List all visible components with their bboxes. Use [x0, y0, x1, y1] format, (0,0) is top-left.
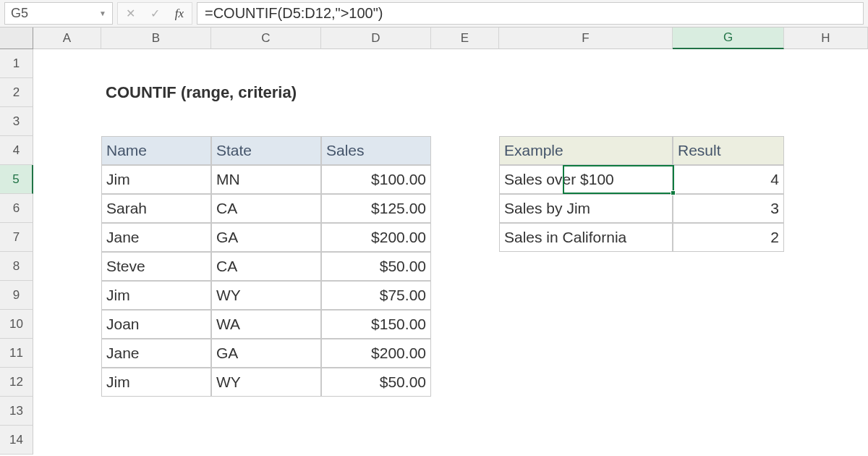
column-header-D[interactable]: D [321, 28, 431, 49]
cell[interactable] [784, 368, 868, 397]
cell[interactable] [33, 281, 101, 310]
cell[interactable] [499, 78, 673, 107]
table1-cell[interactable]: WY [211, 368, 321, 397]
cell[interactable] [431, 339, 499, 368]
row-header-6[interactable]: 6 [0, 194, 33, 223]
row-header-1[interactable]: 1 [0, 49, 33, 78]
cell[interactable] [33, 78, 101, 107]
table1-cell[interactable]: Jane [101, 223, 211, 252]
row-header-4[interactable]: 4 [0, 136, 33, 165]
table1-cell[interactable]: Jim [101, 281, 211, 310]
table1-cell[interactable]: MN [211, 165, 321, 194]
table1-cell[interactable]: $50.00 [321, 368, 431, 397]
cell[interactable] [673, 368, 784, 397]
cell[interactable] [673, 310, 784, 339]
table1-header-state[interactable]: State [211, 136, 321, 165]
cell[interactable] [33, 426, 101, 455]
table1-cell[interactable]: WY [211, 281, 321, 310]
cell[interactable] [673, 281, 784, 310]
cell[interactable] [321, 49, 431, 78]
cell[interactable] [431, 49, 499, 78]
cell[interactable] [33, 136, 101, 165]
cell[interactable] [33, 310, 101, 339]
table1-cell[interactable]: GA [211, 223, 321, 252]
cell[interactable] [784, 165, 868, 194]
dropdown-icon[interactable]: ▼ [99, 9, 106, 17]
cell[interactable] [33, 107, 101, 136]
cell[interactable] [211, 49, 321, 78]
cell[interactable] [499, 339, 673, 368]
cell[interactable] [33, 397, 101, 426]
table2-header-example[interactable]: Example [499, 136, 673, 165]
select-all-corner[interactable] [0, 28, 33, 49]
table1-cell[interactable]: Steve [101, 252, 211, 281]
cell[interactable] [499, 397, 673, 426]
table1-cell[interactable]: Joan [101, 310, 211, 339]
cell[interactable] [431, 426, 499, 455]
cell[interactable] [784, 397, 868, 426]
table1-cell[interactable]: Jim [101, 368, 211, 397]
cell[interactable] [431, 223, 499, 252]
cell[interactable] [499, 107, 673, 136]
table2-cell[interactable]: Sales by Jim [499, 194, 673, 223]
cell[interactable] [431, 78, 499, 107]
table1-header-sales[interactable]: Sales [321, 136, 431, 165]
column-header-E[interactable]: E [431, 28, 499, 49]
row-header-11[interactable]: 11 [0, 339, 33, 368]
table1-cell[interactable]: $200.00 [321, 339, 431, 368]
cell-area[interactable]: COUNTIF (range, criteria) [33, 49, 868, 455]
table1-header-name[interactable]: Name [101, 136, 211, 165]
table1-cell[interactable]: $75.00 [321, 281, 431, 310]
cell[interactable] [673, 252, 784, 281]
cell[interactable] [431, 136, 499, 165]
cell[interactable] [33, 339, 101, 368]
cell[interactable] [431, 165, 499, 194]
cell[interactable] [499, 310, 673, 339]
cell[interactable] [33, 252, 101, 281]
cell[interactable] [33, 165, 101, 194]
table1-cell[interactable]: Jim [101, 165, 211, 194]
column-header-C[interactable]: C [211, 28, 321, 49]
table2-header-result[interactable]: Result [673, 136, 784, 165]
cell[interactable] [431, 107, 499, 136]
cell[interactable] [33, 194, 101, 223]
cell[interactable] [499, 281, 673, 310]
table1-cell[interactable]: CA [211, 252, 321, 281]
table2-cell-result[interactable]: 4 [673, 165, 784, 194]
cell[interactable] [33, 223, 101, 252]
fx-icon[interactable]: fx [171, 7, 187, 21]
cell[interactable] [784, 223, 868, 252]
cell[interactable] [673, 107, 784, 136]
cell[interactable] [431, 397, 499, 426]
cell[interactable] [784, 78, 868, 107]
page-title[interactable]: COUNTIF (range, criteria) [101, 78, 431, 107]
cell[interactable] [321, 107, 431, 136]
table2-cell-result[interactable]: 2 [673, 223, 784, 252]
cell[interactable] [431, 252, 499, 281]
table1-cell[interactable]: GA [211, 339, 321, 368]
row-header-7[interactable]: 7 [0, 223, 33, 252]
cell[interactable] [784, 136, 868, 165]
cell[interactable] [784, 107, 868, 136]
name-box[interactable]: G5 ▼ [4, 2, 113, 25]
cell[interactable] [211, 426, 321, 455]
cell[interactable] [673, 397, 784, 426]
table2-cell-result[interactable]: 3 [673, 194, 784, 223]
cell[interactable] [431, 281, 499, 310]
cell[interactable] [499, 49, 673, 78]
cell[interactable] [784, 252, 868, 281]
column-header-H[interactable]: H [784, 28, 868, 49]
column-header-G[interactable]: G [673, 28, 784, 49]
table1-cell[interactable]: Jane [101, 339, 211, 368]
cell[interactable] [784, 194, 868, 223]
cell[interactable] [101, 397, 211, 426]
cell[interactable] [673, 49, 784, 78]
table1-cell[interactable]: $50.00 [321, 252, 431, 281]
table1-cell[interactable]: Sarah [101, 194, 211, 223]
table1-cell[interactable]: $125.00 [321, 194, 431, 223]
column-header-B[interactable]: B [101, 28, 211, 49]
cell[interactable] [784, 339, 868, 368]
cell[interactable] [431, 368, 499, 397]
row-header-9[interactable]: 9 [0, 281, 33, 310]
spreadsheet-grid[interactable]: ABCDEFGH 1234567891011121314 [0, 28, 868, 455]
